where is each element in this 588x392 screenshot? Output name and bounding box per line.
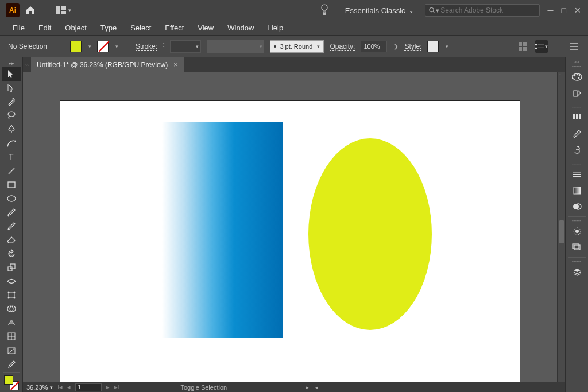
workspace-switcher[interactable]: Essentials Classic ⌄ [342, 4, 417, 17]
scale-tool[interactable] [2, 261, 21, 274]
artboard[interactable] [60, 101, 520, 382]
rectangle-tool[interactable] [2, 178, 21, 192]
svg-line-20 [9, 168, 14, 174]
zoom-value: 36.23% [26, 384, 48, 391]
svg-rect-1 [61, 6, 66, 10]
panel-menu-icon[interactable] [567, 40, 580, 53]
gradient-panel-icon[interactable] [568, 183, 586, 199]
menu-effect[interactable]: Effect [158, 22, 191, 34]
svg-point-41 [578, 77, 579, 79]
svg-rect-32 [8, 333, 15, 340]
close-button[interactable]: ✕ [574, 6, 581, 15]
maximize-button[interactable]: □ [562, 6, 566, 15]
menu-file[interactable]: File [6, 22, 32, 34]
panel-collapse-arrows[interactable]: ◂◂ [568, 60, 586, 64]
style-dropdown[interactable]: ▾ [446, 44, 448, 49]
menu-view[interactable]: View [191, 22, 220, 34]
scroll-up-icon[interactable]: ˆ [559, 73, 561, 79]
graphic-styles-panel-icon[interactable] [568, 239, 586, 255]
fill-dropdown[interactable]: ▾ [88, 44, 91, 49]
titlebar: Ai ▾ Essentials Classic ⌄ ▾ ─ □ ✕ [0, 0, 588, 21]
menu-object[interactable]: Object [58, 22, 94, 34]
blue-gradient-rectangle[interactable] [162, 122, 283, 338]
search-stock-input[interactable] [440, 6, 535, 14]
svg-rect-43 [576, 114, 578, 117]
prev-artboard-button[interactable]: ◂ [67, 383, 71, 391]
brush-definition[interactable]: 3 pt. Round ▾ [270, 40, 324, 53]
panel-drag-handle-4[interactable]: ┅┅┅ [568, 219, 586, 223]
svg-rect-0 [56, 6, 60, 14]
pen-tool[interactable] [2, 122, 21, 136]
symbols-panel-icon[interactable] [568, 142, 586, 158]
appearance-panel-icon[interactable] [568, 223, 586, 239]
width-tool[interactable] [2, 274, 21, 288]
menu-type[interactable]: Type [94, 22, 123, 34]
home-button[interactable] [23, 5, 38, 16]
artboard-index-field[interactable] [75, 383, 102, 391]
horizontal-scroll-arrows[interactable]: ▸ ◂ [306, 385, 320, 390]
minimize-button[interactable]: ─ [548, 6, 554, 15]
first-artboard-button[interactable]: I◂ [57, 383, 63, 391]
canvas[interactable] [23, 72, 557, 382]
toolbar-expand-toggle[interactable]: ▸▸ [2, 60, 21, 67]
gradient-tool[interactable] [2, 344, 21, 358]
panel-drag-handle[interactable]: ┅┅┅ [568, 64, 586, 69]
shape-builder-tool[interactable] [2, 302, 21, 316]
scrollbar-thumb[interactable] [559, 220, 564, 243]
color-guide-panel-icon[interactable] [568, 85, 586, 101]
doc-setup-icon[interactable] [517, 40, 529, 53]
menu-edit[interactable]: Edit [32, 22, 58, 34]
transparency-panel-icon[interactable] [568, 199, 586, 215]
direct-selection-tool[interactable] [2, 81, 21, 95]
line-tool[interactable] [2, 164, 21, 178]
type-tool[interactable]: T [2, 150, 21, 164]
panel-drag-handle-5[interactable]: ┅┅┅ [568, 259, 586, 264]
menu-window[interactable]: Window [220, 22, 261, 34]
eyedropper-tool[interactable] [2, 358, 21, 371]
divider [45, 3, 45, 18]
tab-close-button[interactable]: × [173, 60, 178, 69]
curvature-tool[interactable] [2, 136, 21, 150]
color-panel-icon[interactable] [568, 69, 586, 85]
rotate-tool[interactable] [2, 247, 21, 261]
last-artboard-button[interactable]: ▸I [114, 383, 119, 391]
swatches-panel-icon[interactable] [568, 110, 586, 126]
ellipse-tool[interactable] [2, 192, 21, 205]
fill-swatch[interactable] [70, 41, 82, 52]
stroke-panel-icon[interactable] [568, 166, 586, 183]
svg-point-28 [7, 297, 9, 299]
svg-point-40 [578, 75, 580, 77]
mesh-tool[interactable] [2, 329, 21, 343]
next-artboard-button[interactable]: ▸ [106, 383, 110, 391]
lasso-tool[interactable] [2, 108, 21, 122]
discover-icon[interactable] [320, 4, 332, 17]
vertical-scrollbar[interactable]: ˆ [557, 72, 565, 382]
opacity-dropdown[interactable]: ❯ [394, 44, 399, 49]
menu-help[interactable]: Help [261, 22, 290, 34]
paintbrush-tool[interactable] [2, 205, 21, 219]
free-transform-tool[interactable] [2, 288, 21, 302]
perspective-grid-tool[interactable] [2, 316, 21, 329]
fill-stroke-swatch[interactable] [2, 374, 21, 392]
zoom-level[interactable]: 36.23% ▾ [26, 384, 53, 391]
graphic-style-swatch[interactable] [427, 41, 439, 52]
panel-drag-handle-3[interactable]: ┅┅┅ [568, 162, 586, 166]
stroke-dropdown[interactable]: ▾ [115, 44, 118, 49]
stroke-weight-field[interactable]: ▾ [170, 40, 201, 53]
search-stock-field[interactable]: ▾ [425, 4, 540, 17]
pencil-tool[interactable] [2, 219, 21, 233]
magic-wand-tool[interactable] [2, 95, 21, 108]
yellow-ellipse[interactable] [308, 138, 432, 330]
opacity-field[interactable] [361, 41, 387, 52]
brushes-panel-icon[interactable] [568, 126, 586, 142]
preferences-icon[interactable]: ▾ [535, 40, 548, 53]
selection-tool[interactable] [2, 67, 21, 81]
menu-select[interactable]: Select [123, 22, 158, 34]
layers-panel-icon[interactable] [568, 264, 586, 280]
eraser-tool[interactable] [2, 233, 21, 247]
panel-drag-handle-2[interactable]: ┅┅┅ [568, 105, 586, 110]
stroke-weight-stepper[interactable]: ˆˇ [163, 43, 164, 50]
arrange-documents-button[interactable]: ▾ [52, 5, 75, 15]
stroke-swatch[interactable] [97, 41, 109, 52]
document-tab[interactable]: Untitled-1* @ 36.23% (RGB/GPU Preview) × [31, 57, 184, 72]
